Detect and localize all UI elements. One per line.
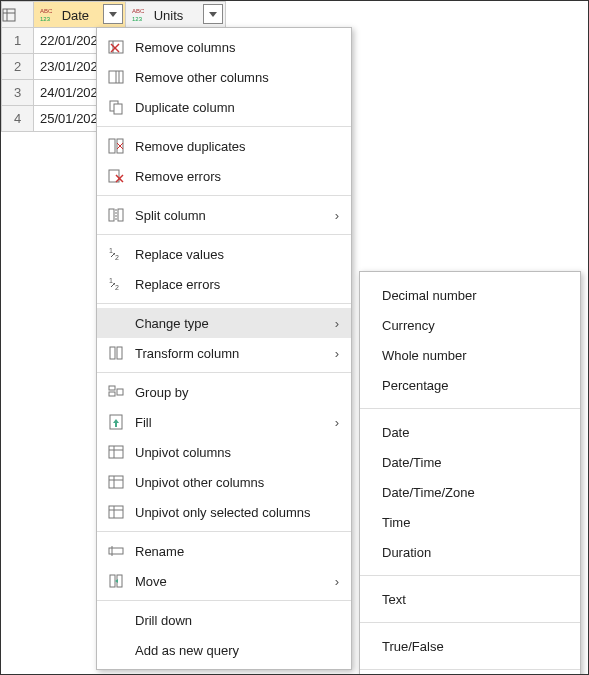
submenu-currency[interactable]: Currency [360,310,580,340]
menu-label: Currency [382,318,568,333]
row-number: 4 [2,106,34,132]
menu-add-as-new-query[interactable]: Add as new query [97,635,351,665]
menu-separator [360,669,580,670]
svg-text:1: 1 [109,247,113,254]
svg-rect-36 [109,386,115,390]
menu-unpivot-columns[interactable]: Unpivot columns [97,437,351,467]
menu-split-column[interactable]: Split column › [97,200,351,230]
column-context-menu: Remove columns Remove other columns Dupl… [96,27,352,670]
submenu-whole-number[interactable]: Whole number [360,340,580,370]
menu-separator [97,126,351,127]
chevron-right-icon: › [329,316,339,331]
menu-label: Remove errors [135,169,339,184]
menu-separator [97,531,351,532]
menu-drill-down[interactable]: Drill down [97,605,351,635]
menu-rename[interactable]: Rename [97,536,351,566]
svg-rect-34 [110,347,115,359]
row-number: 1 [2,28,34,54]
svg-text:123: 123 [40,16,51,22]
svg-rect-38 [117,389,123,395]
menu-fill[interactable]: Fill › [97,407,351,437]
submenu-percentage[interactable]: Percentage [360,370,580,400]
svg-rect-48 [109,506,123,518]
menu-label: Group by [135,385,339,400]
menu-unpivot-other-columns[interactable]: Unpivot other columns [97,467,351,497]
menu-label: Move [135,574,311,589]
remove-columns-icon [105,36,127,58]
unpivot-selected-icon [105,501,127,523]
svg-rect-25 [109,209,114,221]
menu-move[interactable]: Move › [97,566,351,596]
submenu-time[interactable]: Time [360,507,580,537]
submenu-date-time-zone[interactable]: Date/Time/Zone [360,477,580,507]
menu-separator [97,600,351,601]
fill-icon [105,411,127,433]
menu-separator [360,622,580,623]
menu-remove-columns[interactable]: Remove columns [97,32,351,62]
column-header-date[interactable]: ABC 123 Date [34,2,126,28]
menu-label: Add as new query [135,643,339,658]
menu-remove-other-columns[interactable]: Remove other columns [97,62,351,92]
svg-marker-8 [209,12,217,17]
replace-errors-icon: 12 [105,273,127,295]
menu-replace-errors[interactable]: 12 Replace errors [97,269,351,299]
submenu-true-false[interactable]: True/False [360,631,580,661]
chevron-right-icon: › [329,574,339,589]
transform-column-icon [105,342,127,364]
menu-replace-values[interactable]: 12 Replace values [97,239,351,269]
svg-marker-40 [113,419,119,423]
submenu-date-time[interactable]: Date/Time [360,447,580,477]
svg-text:ABC: ABC [40,8,53,14]
menu-label: Remove duplicates [135,139,339,154]
column-dropdown[interactable] [103,4,123,24]
svg-rect-42 [109,446,123,458]
menu-unpivot-only-selected[interactable]: Unpivot only selected columns [97,497,351,527]
chevron-down-icon [209,12,217,17]
menu-label: Whole number [382,348,568,363]
submenu-date[interactable]: Date [360,417,580,447]
menu-label: Remove other columns [135,70,339,85]
menu-label: Time [382,515,568,530]
column-dropdown[interactable] [203,4,223,24]
menu-label: Replace values [135,247,339,262]
select-all-corner[interactable] [2,2,34,28]
menu-separator [360,575,580,576]
rename-icon [105,540,127,562]
menu-separator [97,234,351,235]
menu-transform-column[interactable]: Transform column › [97,338,351,368]
menu-label: Decimal number [382,288,568,303]
split-column-icon [105,204,127,226]
menu-label: Remove columns [135,40,339,55]
chevron-right-icon: › [329,346,339,361]
column-header-units[interactable]: ABC 123 Units [126,2,226,28]
type-icon: ABC 123 [130,6,148,24]
svg-rect-45 [109,476,123,488]
menu-duplicate-column[interactable]: Duplicate column [97,92,351,122]
svg-text:2: 2 [115,254,119,261]
menu-label: Unpivot other columns [135,475,339,490]
menu-label: Fill [135,415,311,430]
menu-label: Duration [382,545,568,560]
svg-text:1: 1 [109,277,113,284]
blank-icon [105,312,127,334]
menu-group-by[interactable]: Group by [97,377,351,407]
submenu-text[interactable]: Text [360,584,580,614]
menu-label: Change type [135,316,311,331]
menu-remove-errors[interactable]: Remove errors [97,161,351,191]
menu-label: Duplicate column [135,100,339,115]
move-icon [105,570,127,592]
unpivot-other-icon [105,471,127,493]
svg-rect-35 [117,347,122,359]
svg-rect-51 [109,548,123,554]
remove-duplicates-icon [105,135,127,157]
menu-separator [97,372,351,373]
submenu-duration[interactable]: Duration [360,537,580,567]
menu-label: Text [382,592,568,607]
menu-change-type[interactable]: Change type › [97,308,351,338]
remove-errors-icon [105,165,127,187]
type-icon: ABC 123 [38,6,56,24]
blank-icon [105,639,127,661]
submenu-decimal-number[interactable]: Decimal number [360,280,580,310]
menu-remove-duplicates[interactable]: Remove duplicates [97,131,351,161]
table-icon [2,8,16,22]
